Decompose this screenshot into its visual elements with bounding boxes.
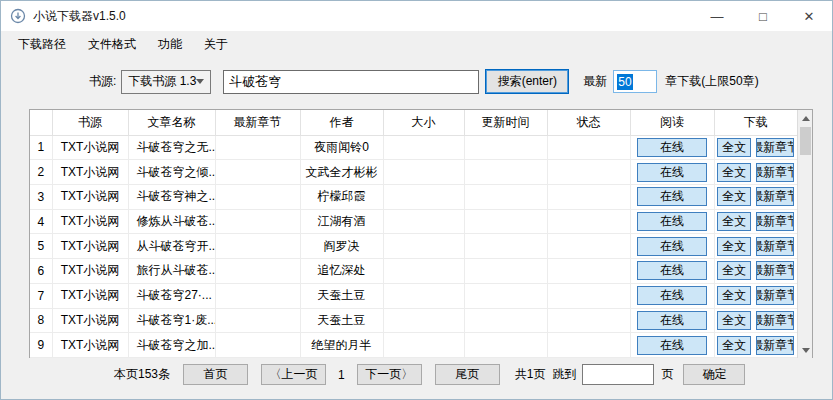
source-select[interactable]: 下载书源 1.3: [121, 70, 211, 94]
download-full-button[interactable]: 全文: [717, 212, 751, 231]
first-page-button[interactable]: 首页: [183, 364, 248, 385]
row-source: TXT小说网: [52, 333, 128, 358]
close-icon[interactable]: ✕: [786, 1, 832, 31]
download-latest-chapters-button[interactable]: 最新章节: [756, 187, 794, 206]
row-latest-chapter: [215, 160, 300, 185]
read-online-button[interactable]: 在线: [637, 212, 707, 231]
download-full-button[interactable]: 全文: [717, 187, 751, 206]
table-row: 7 TXT小说网 斗破苍穹27·... 天蚕土豆 在线 全文 最新章节: [30, 283, 797, 308]
prev-page-button[interactable]: 〈上一页: [261, 364, 326, 385]
table-row: 8 TXT小说网 斗破苍穹1·废... 天蚕土豆 在线 全文 最新章节: [30, 308, 797, 333]
download-full-button[interactable]: 全文: [717, 237, 751, 256]
menu-about[interactable]: 关于: [193, 32, 239, 57]
read-online-button[interactable]: 在线: [637, 187, 707, 206]
row-author: 绝望的月半: [300, 333, 383, 358]
row-latest-chapter: [215, 184, 300, 209]
row-author: 江湖有酒: [300, 209, 383, 234]
row-update-time: [464, 259, 547, 284]
scroll-up-icon[interactable]: [798, 110, 813, 126]
row-source: TXT小说网: [52, 308, 128, 333]
row-index: 6: [30, 259, 52, 284]
row-status: [547, 333, 630, 358]
next-page-button[interactable]: 下一页〉: [357, 364, 422, 385]
row-read-cell: 在线: [630, 259, 714, 284]
row-author: 阎罗决: [300, 234, 383, 259]
read-online-button[interactable]: 在线: [637, 163, 707, 182]
jump-page-input[interactable]: [582, 364, 654, 385]
row-latest-chapter: [215, 259, 300, 284]
scroll-down-icon[interactable]: [798, 342, 813, 358]
read-online-button[interactable]: 在线: [637, 261, 707, 280]
read-online-button[interactable]: 在线: [637, 286, 707, 305]
download-latest-chapters-button[interactable]: 最新章节: [756, 163, 794, 182]
results-table: 书源 文章名称 最新章节 作者 大小 更新时间 状态 阅读 下载 1 TXT小说…: [30, 110, 797, 358]
download-full-button[interactable]: 全文: [717, 163, 751, 182]
row-title: 从斗破苍穹开...: [128, 234, 215, 259]
app-window: 小说下载器v1.5.0 — □ ✕ 下载路径 文件格式 功能 关于 书源: 下载…: [0, 0, 833, 400]
download-full-button[interactable]: 全文: [717, 138, 751, 157]
download-latest-chapters-button[interactable]: 最新章节: [756, 212, 794, 231]
row-size: [383, 333, 464, 358]
col-status: 状态: [547, 110, 630, 135]
minimize-icon[interactable]: —: [694, 1, 740, 31]
row-update-time: [464, 234, 547, 259]
row-download-cell: 全文 最新章节: [714, 234, 797, 259]
maximize-icon[interactable]: □: [740, 1, 786, 31]
row-title: 斗破苍穹1·废...: [128, 308, 215, 333]
read-online-button[interactable]: 在线: [637, 336, 707, 355]
menu-functions[interactable]: 功能: [147, 32, 193, 57]
download-full-button[interactable]: 全文: [717, 336, 751, 355]
row-read-cell: 在线: [630, 283, 714, 308]
row-title: 旅行从斗破苍...: [128, 259, 215, 284]
download-latest-chapters-button[interactable]: 最新章节: [756, 237, 794, 256]
row-author: 追忆深处: [300, 259, 383, 284]
chapter-limit-label: 章下载(上限50章): [665, 73, 758, 90]
search-input[interactable]: [223, 70, 479, 94]
col-update-time: 更新时间: [464, 110, 547, 135]
row-source: TXT小说网: [52, 234, 128, 259]
source-label: 书源:: [89, 73, 116, 90]
row-download-cell: 全文 最新章节: [714, 259, 797, 284]
menu-download-path[interactable]: 下载路径: [7, 32, 77, 57]
scrollbar-thumb[interactable]: [800, 127, 811, 155]
read-online-button[interactable]: 在线: [637, 311, 707, 330]
row-index: 2: [30, 160, 52, 185]
read-online-button[interactable]: 在线: [637, 237, 707, 256]
download-full-button[interactable]: 全文: [717, 286, 751, 305]
row-read-cell: 在线: [630, 333, 714, 358]
search-toolbar: 书源: 下载书源 1.3 搜索(enter) 最新 50 章下载(上限50章): [1, 58, 832, 105]
read-online-button[interactable]: 在线: [637, 138, 707, 157]
row-title: 斗破苍穹27·...: [128, 283, 215, 308]
table-scrollbar[interactable]: [797, 110, 812, 358]
row-read-cell: 在线: [630, 160, 714, 185]
search-button[interactable]: 搜索(enter): [485, 69, 569, 94]
row-update-time: [464, 283, 547, 308]
download-full-button[interactable]: 全文: [717, 261, 751, 280]
latest-count-input[interactable]: 50: [613, 70, 657, 93]
menu-file-format[interactable]: 文件格式: [77, 32, 147, 57]
latest-count-selected-text: 50: [617, 74, 632, 90]
results-table-container: 书源 文章名称 最新章节 作者 大小 更新时间 状态 阅读 下载 1 TXT小说…: [29, 109, 813, 359]
row-title: 斗破苍穹神之...: [128, 184, 215, 209]
last-page-button[interactable]: 尾页: [435, 364, 500, 385]
download-latest-chapters-button[interactable]: 最新章节: [756, 286, 794, 305]
download-full-button[interactable]: 全文: [717, 311, 751, 330]
row-index: 5: [30, 234, 52, 259]
row-author: 天蚕土豆: [300, 283, 383, 308]
row-index: 9: [30, 333, 52, 358]
app-download-icon: [10, 8, 26, 24]
row-title: 修炼从斗破苍...: [128, 209, 215, 234]
pagination-bar: 本页153条 首页 〈上一页 1 下一页〉 尾页 共1页 跳到 页 确定: [1, 358, 832, 391]
confirm-jump-button[interactable]: 确定: [683, 364, 745, 385]
row-source: TXT小说网: [52, 184, 128, 209]
download-latest-chapters-button[interactable]: 最新章节: [756, 261, 794, 280]
download-latest-chapters-button[interactable]: 最新章节: [756, 311, 794, 330]
row-size: [383, 135, 464, 160]
row-title: 斗破苍穹之加...: [128, 333, 215, 358]
download-latest-chapters-button[interactable]: 最新章节: [756, 138, 794, 157]
page-count-label: 本页153条: [114, 366, 170, 383]
window-controls: — □ ✕: [694, 1, 832, 31]
row-status: [547, 184, 630, 209]
download-latest-chapters-button[interactable]: 最新章节: [756, 336, 794, 355]
source-select-value: 下载书源 1.3: [128, 73, 196, 90]
